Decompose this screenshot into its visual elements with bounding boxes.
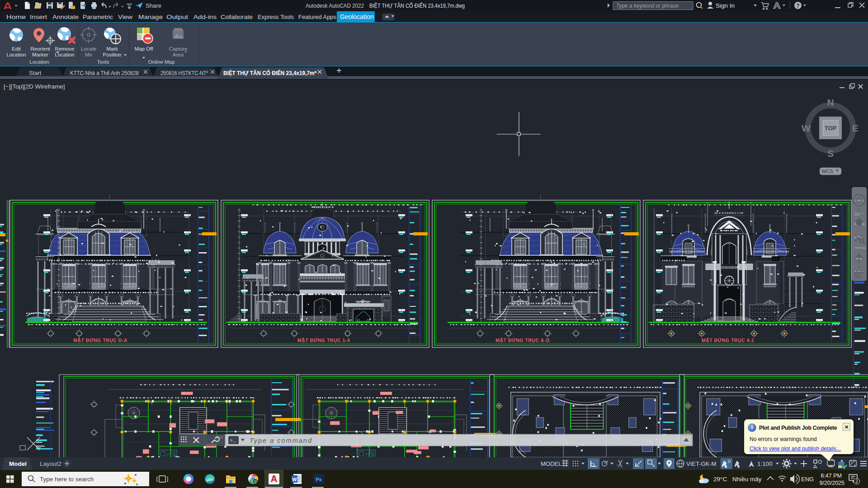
svg-text:MẶT ĐỨNG TRỤC 4-1: MẶT ĐỨNG TRỤC 4-1 <box>702 338 754 343</box>
svg-text:1:100: 1:100 <box>757 460 773 467</box>
svg-text:MODEL: MODEL <box>541 460 561 467</box>
svg-text:?: ? <box>796 3 799 9</box>
svg-text:Insert: Insert <box>30 14 47 20</box>
svg-text:Me: Me <box>85 52 92 57</box>
svg-text:Express Tools: Express Tools <box>258 14 294 20</box>
svg-text:250816 HSTKTC-NT*: 250816 HSTKTC-NT* <box>160 70 208 76</box>
svg-text:9/20/2025: 9/20/2025 <box>819 480 844 486</box>
svg-text:Q: Q <box>254 480 257 483</box>
svg-text:KTTC-Nhà a Thế Anh 250828: KTTC-Nhà a Thế Anh 250828 <box>70 70 139 76</box>
svg-text:S: S <box>827 148 834 159</box>
svg-text:MẶT ĐỨNG TRỤC D-A: MẶT ĐỨNG TRỤC D-A <box>73 338 127 343</box>
svg-text:Home: Home <box>6 14 26 20</box>
svg-text:[−][Top][2D Wireframe]: [−][Top][2D Wireframe] <box>4 83 65 90</box>
svg-text:Output: Output <box>166 14 188 20</box>
svg-text:Model: Model <box>9 460 27 467</box>
svg-text:Reorient: Reorient <box>30 46 50 52</box>
svg-text:Location: Location <box>6 52 26 57</box>
svg-text:BIỆT THỰ TÂN CỔ ĐIỂN 23,4x19,7: BIỆT THỰ TÂN CỔ ĐIỂN 23,4x19,7m.dwg <box>369 2 465 9</box>
svg-text:TOP: TOP <box>825 125 837 131</box>
svg-text:Autodesk AutoCAD 2022: Autodesk AutoCAD 2022 <box>306 2 364 9</box>
svg-text:E: E <box>852 123 859 133</box>
svg-text:ENG: ENG <box>801 476 814 483</box>
svg-text:Edit: Edit <box>12 46 21 52</box>
svg-text:Manage: Manage <box>138 14 163 20</box>
svg-text:W: W <box>802 123 811 133</box>
svg-text:29°C: 29°C <box>713 476 727 483</box>
svg-text:Type a keyword or phrase: Type a keyword or phrase <box>616 3 679 9</box>
svg-text:Type a command: Type a command <box>250 437 312 444</box>
svg-text:WCS: WCS <box>821 169 833 174</box>
svg-text:Capture: Capture <box>169 46 188 52</box>
svg-text:View: View <box>118 14 132 20</box>
svg-text:Layout2: Layout2 <box>40 460 61 467</box>
svg-text:N: N <box>827 97 834 108</box>
svg-text:Position: Position <box>103 52 122 57</box>
svg-text:Annotate: Annotate <box>52 14 79 20</box>
svg-text:Start: Start <box>29 70 42 76</box>
svg-text:>_: >_ <box>230 438 236 443</box>
svg-text:Remove: Remove <box>55 46 75 52</box>
svg-text:Online Map: Online Map <box>148 59 175 65</box>
svg-text:VIET-GK-M: VIET-GK-M <box>686 460 716 467</box>
svg-text:Type here to search: Type here to search <box>40 476 94 483</box>
svg-text:Tools: Tools <box>97 59 109 65</box>
svg-text:Mark: Mark <box>106 46 118 52</box>
svg-text:Map Off: Map Off <box>135 46 153 52</box>
svg-text:Locate: Locate <box>81 46 97 52</box>
svg-text:2: 2 <box>855 479 858 484</box>
svg-text:Parametric: Parametric <box>83 14 113 20</box>
svg-text:Marker: Marker <box>32 52 48 57</box>
svg-text:W: W <box>292 477 297 482</box>
svg-text:Collaborate: Collaborate <box>221 14 253 20</box>
svg-text:Ps: Ps <box>316 477 321 482</box>
svg-text:BIỆT THỰ TÂN CỔ ĐIỂN 23,4x19,7: BIỆT THỰ TÂN CỔ ĐIỂN 23,4x19,7m* <box>223 70 316 76</box>
svg-text:MẶT ĐỨNG TRỤC 1-4: MẶT ĐỨNG TRỤC 1-4 <box>297 338 350 343</box>
svg-text:Add-ins: Add-ins <box>193 14 217 20</box>
svg-text:MẶT ĐỨNG TRỤC A-D: MẶT ĐỨNG TRỤC A-D <box>495 338 549 343</box>
svg-text:Sign In: Sign In <box>716 2 735 9</box>
svg-text:6:47 PM: 6:47 PM <box>821 473 842 479</box>
svg-text:Location: Location <box>29 59 49 65</box>
svg-text:Area: Area <box>173 52 184 57</box>
svg-text:Geolocation: Geolocation <box>340 13 374 20</box>
svg-text:Share: Share <box>146 2 161 9</box>
svg-text:Featured Apps: Featured Apps <box>298 14 336 20</box>
svg-text:Nhiều mây: Nhiều mây <box>732 476 762 483</box>
